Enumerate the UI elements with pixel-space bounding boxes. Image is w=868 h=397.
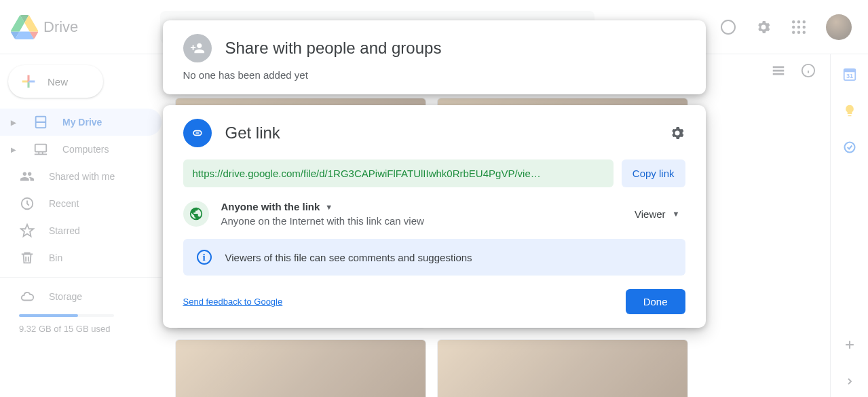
role-label: Viewer	[635, 208, 666, 220]
share-card-subtitle: No one has been added yet	[183, 69, 685, 81]
access-scope-description: Anyone on the Internet with this link ca…	[221, 215, 618, 227]
chevron-down-icon: ▼	[673, 210, 680, 218]
share-people-card: Share with people and groups No one has …	[163, 20, 706, 94]
access-scope-select[interactable]: Anyone with the link ▼ Anyone on the Int…	[221, 201, 618, 227]
chevron-down-icon: ▼	[325, 203, 333, 211]
link-settings-gear-icon[interactable]	[669, 125, 685, 141]
send-feedback-link[interactable]: Send feedback to Google	[183, 297, 283, 307]
done-button[interactable]: Done	[626, 289, 685, 314]
link-card-title: Get link	[225, 124, 280, 143]
person-add-icon	[183, 34, 212, 62]
role-select[interactable]: Viewer ▼	[629, 204, 685, 224]
share-url-field[interactable]: https://drive.google.com/file/d/1RG3CAPi…	[183, 159, 614, 187]
info-banner: i Viewers of this file can see comments …	[183, 239, 685, 276]
share-card-title: Share with people and groups	[225, 39, 442, 58]
globe-icon	[183, 201, 209, 227]
link-icon	[183, 119, 212, 147]
copy-link-button[interactable]: Copy link	[622, 159, 685, 187]
share-dialog: Share with people and groups No one has …	[163, 20, 706, 339]
info-banner-text: Viewers of this file can see comments an…	[225, 252, 472, 263]
info-icon: i	[197, 250, 212, 265]
get-link-card: Get link https://drive.google.com/file/d…	[163, 105, 706, 328]
access-scope-label: Anyone with the link	[221, 201, 320, 212]
